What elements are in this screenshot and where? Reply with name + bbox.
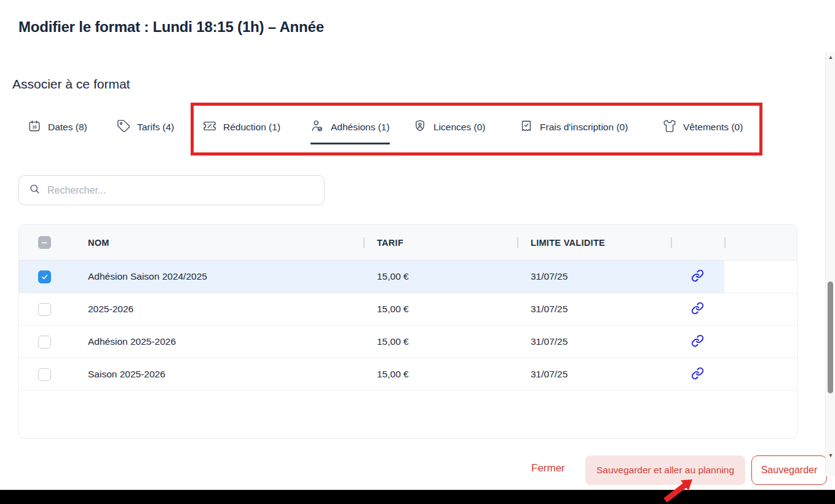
tab-vetements[interactable]: Vêtements (0) [663, 114, 743, 141]
tab-label: Dates (8) [48, 122, 87, 133]
save-button[interactable]: Sauvegarder [751, 455, 827, 485]
table-row[interactable]: 2025-2026 15,00 € 31/07/25 [19, 293, 797, 326]
tab-adhesions[interactable]: Adhésions (1) [311, 114, 390, 141]
header-divider [724, 237, 726, 248]
tab-label: Tarifs (4) [137, 122, 174, 133]
scroll-up-arrow[interactable]: ▲ [826, 53, 835, 61]
row-name: 2025-2026 [69, 304, 363, 315]
close-button[interactable]: Fermer [531, 462, 565, 474]
table-header-row: NOM TARIF LIMITE VALIDITE [19, 225, 797, 261]
row-tarif: 15,00 € [363, 271, 517, 282]
scroll-down-arrow[interactable]: ▼ [826, 452, 835, 459]
tab-reduction[interactable]: Réduction (1) [203, 114, 280, 141]
row-limite: 31/07/25 [517, 369, 671, 380]
bottom-black-bar [0, 490, 835, 504]
table-row[interactable]: Adhésion 2025-2026 15,00 € 31/07/25 [19, 326, 797, 358]
column-header-tarif: TARIF [363, 238, 517, 248]
row-limite: 31/07/25 [517, 336, 671, 347]
search-icon [29, 183, 41, 197]
row-name: Adhésion 2025-2026 [69, 336, 363, 347]
tab-frais-inscription[interactable]: Frais d'inscription (0) [520, 114, 628, 141]
svg-text:10: 10 [32, 125, 37, 129]
member-check-icon [311, 119, 324, 135]
tshirt-icon [663, 119, 676, 135]
receipt-check-icon [520, 119, 533, 135]
section-title: Associer à ce format [12, 77, 130, 92]
tab-bar: 10 Dates (8) Tarifs (4) Réduction (1) Ad… [0, 114, 835, 144]
tab-label: Frais d'inscription (0) [540, 122, 628, 133]
tab-label: Adhésions (1) [331, 122, 390, 133]
link-icon[interactable] [691, 367, 704, 382]
row-checkbox[interactable] [38, 303, 51, 316]
tab-label: Licences (0) [433, 122, 485, 133]
calendar-icon: 10 [28, 119, 41, 135]
column-header-limite: LIMITE VALIDITE [517, 238, 671, 248]
select-all-checkbox[interactable] [38, 236, 51, 249]
tab-dates[interactable]: 10 Dates (8) [28, 114, 87, 141]
tab-tarifs[interactable]: Tarifs (4) [117, 114, 174, 141]
row-limite: 31/07/25 [517, 271, 671, 282]
scrollbar[interactable]: ▲ ▼ [825, 52, 835, 476]
link-icon[interactable] [691, 302, 704, 317]
tag-icon [117, 119, 130, 135]
column-header-nom: NOM [69, 238, 363, 248]
adhesions-table: NOM TARIF LIMITE VALIDITE Adhésion Saiso… [18, 224, 797, 439]
header-divider [671, 237, 672, 248]
scroll-thumb[interactable] [828, 282, 833, 393]
search-box [18, 175, 325, 205]
row-name: Adhésion Saison 2024/2025 [69, 271, 363, 282]
row-checkbox[interactable] [38, 336, 51, 348]
tab-label: Vêtements (0) [683, 122, 743, 133]
header-divider [517, 237, 518, 248]
page-title: Modifier le format : Lundi 18:15 (1h) – … [18, 18, 324, 36]
tab-licences[interactable]: Licences (0) [413, 114, 485, 141]
link-icon[interactable] [691, 334, 704, 350]
link-icon[interactable] [691, 269, 704, 285]
ticket-percent-icon [203, 119, 216, 135]
row-limite: 31/07/25 [517, 304, 671, 315]
save-and-go-planning-button[interactable]: Sauvegarder et aller au planning [585, 455, 745, 485]
row-tarif: 15,00 € [363, 304, 517, 315]
row-name: Saison 2025-2026 [69, 369, 363, 380]
row-tarif: 15,00 € [363, 336, 517, 347]
table-row[interactable]: Adhésion Saison 2024/2025 15,00 € 31/07/… [19, 261, 797, 293]
table-row[interactable]: Saison 2025-2026 15,00 € 31/07/25 [19, 358, 797, 391]
tab-label: Réduction (1) [223, 122, 280, 133]
row-checkbox[interactable] [38, 368, 51, 381]
header-divider [363, 237, 365, 248]
badge-user-icon [413, 119, 427, 135]
row-checkbox-checked[interactable] [38, 270, 51, 283]
search-input[interactable] [47, 176, 324, 205]
row-tarif: 15,00 € [363, 369, 517, 380]
